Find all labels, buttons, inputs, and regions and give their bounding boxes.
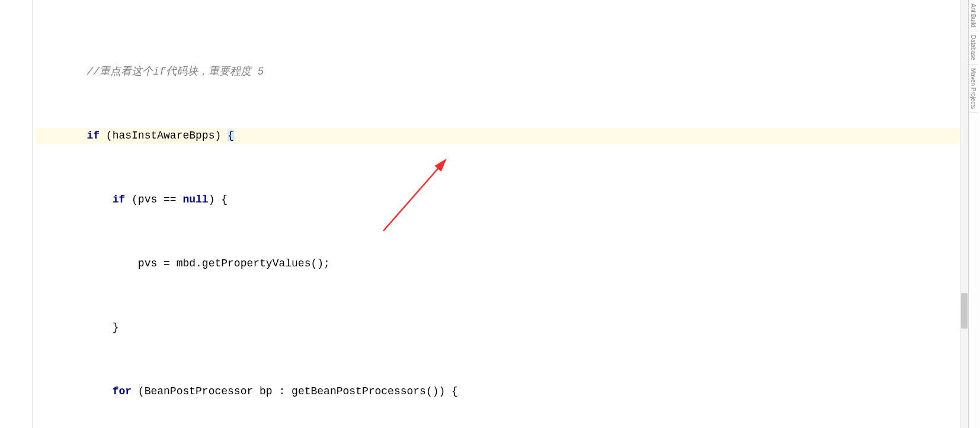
code-line-highlight: if (hasInstAwareBpps) { bbox=[36, 128, 980, 144]
code-text: (pvs == bbox=[125, 194, 182, 205]
brace-selected: { bbox=[228, 130, 234, 141]
scrollbar-thumb[interactable] bbox=[961, 293, 968, 329]
tool-tab-maven[interactable]: Maven Projects bbox=[969, 65, 978, 113]
indent bbox=[36, 385, 113, 397]
code-text: (hasInstAwareBpps) bbox=[100, 130, 228, 141]
code-editor[interactable]: //重点看这个if代码块，重要程度 5 if (hasInstAwareBpps… bbox=[0, 0, 980, 428]
code-line: //重点看这个if代码块，重要程度 5 bbox=[36, 64, 980, 80]
tool-tab-database[interactable]: Database bbox=[969, 31, 978, 65]
indent bbox=[36, 321, 113, 333]
code-line: for (BeanPostProcessor bp : getBeanPostP… bbox=[36, 384, 980, 400]
indent bbox=[36, 194, 113, 205]
keyword-null: null bbox=[182, 194, 208, 205]
indent bbox=[36, 66, 87, 78]
code-text: pvs = mbd.getPropertyValues(); bbox=[138, 258, 330, 269]
keyword-if: if bbox=[87, 130, 100, 141]
gutter bbox=[0, 0, 33, 428]
keyword-if: if bbox=[113, 194, 126, 205]
indent bbox=[36, 130, 87, 141]
brace: } bbox=[113, 321, 119, 333]
code-line: } bbox=[36, 320, 980, 336]
tool-tab-ant[interactable]: Ant Build bbox=[969, 0, 978, 31]
keyword-for: for bbox=[113, 385, 132, 397]
code-text: (BeanPostProcessor bp : getBeanPostProce… bbox=[132, 385, 458, 397]
code-line: if (pvs == null) { bbox=[36, 192, 980, 208]
code-line: pvs = mbd.getPropertyValues(); bbox=[36, 256, 980, 272]
scrollbar-track[interactable] bbox=[960, 0, 968, 428]
indent bbox=[36, 258, 138, 269]
code-text: ) { bbox=[209, 194, 228, 205]
comment-text: //重点看这个if代码块，重要程度 5 bbox=[87, 66, 264, 78]
right-tool-panel: Ant Build Database Maven Projects bbox=[968, 0, 980, 428]
